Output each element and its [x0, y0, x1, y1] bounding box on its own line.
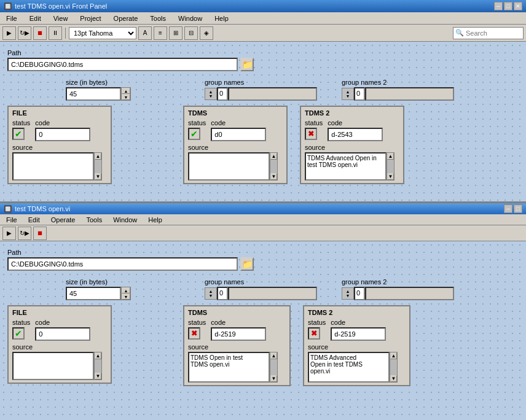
tdms2-cluster-label-top: TDMS 2 [305, 109, 399, 117]
size-input-bottom[interactable] [66, 287, 121, 300]
file-code-input-bottom[interactable] [35, 327, 90, 341]
tdms-status-icon-top: ✔ [190, 129, 198, 139]
file-code-input-top[interactable] [35, 128, 90, 141]
menu-view[interactable]: View [50, 14, 72, 23]
align-btn[interactable]: ≡ [154, 26, 167, 40]
tdms2-cluster-label-bottom: TDMS 2 [308, 309, 406, 316]
file-cluster-top: FILE status ✔ code [7, 106, 112, 184]
size-input-top[interactable] [66, 87, 121, 101]
font-size-btn[interactable]: A [138, 26, 152, 40]
file-scroll-up-bottom[interactable]: ▲ [95, 352, 101, 359]
pause-button[interactable]: ⏸ [49, 26, 62, 40]
tdms2-scroll-up-bottom[interactable]: ▲ [390, 352, 397, 359]
file-source-label-bottom: source [12, 343, 107, 351]
top-window: 🔲 test TDMS open.vi Front Panel ─ □ ✕ Fi… [0, 0, 526, 201]
menu-edit[interactable]: Edit [26, 14, 45, 23]
group-names-2-stepper-top[interactable]: ▲ ▼ [342, 88, 354, 100]
size-label-top: size (in bytes) [66, 79, 131, 86]
folder-button-top[interactable]: 📁 [240, 58, 254, 71]
file-source-text-bottom [12, 352, 94, 380]
tdms-cluster-bottom: TDMS status ✖ code [183, 305, 291, 386]
tdms-scroll-up-bottom[interactable]: ▲ [270, 352, 277, 359]
bottom-window: 🔲 test TDMS open.vi ─ □ File Edit Operat… [0, 203, 526, 420]
tdms-code-input-top[interactable] [211, 128, 266, 141]
tdms2-cluster-bottom: TDMS 2 status ✖ code [303, 305, 410, 386]
run-button[interactable]: ▶ [2, 26, 16, 40]
tdms-status-col-top: status ✔ [188, 119, 206, 140]
bottom-minimize-button[interactable]: ─ [504, 204, 512, 213]
file-source-scrollbar-top: ▲ ▼ [94, 152, 102, 181]
tdms-source-row-top: ▲ ▼ [188, 152, 283, 181]
close-button[interactable]: ✕ [514, 2, 522, 10]
minimize-button[interactable]: ─ [494, 2, 503, 10]
reorder-btn[interactable]: ⊟ [184, 26, 198, 40]
tdms-scroll-down-top[interactable]: ▼ [270, 173, 277, 180]
file-status-icon-bottom: ✔ [15, 329, 22, 338]
tdms2-code-input-bottom[interactable] [331, 327, 386, 341]
group-names-index-top[interactable]: 0 [217, 87, 228, 101]
bottom-menu-window[interactable]: Window [109, 216, 141, 224]
group-names-2-label-top: group names 2 [342, 79, 454, 86]
group-names-stepper-top[interactable]: ▲ ▼ [205, 88, 217, 100]
tdms-scroll-down-bottom[interactable]: ▼ [270, 375, 277, 382]
bottom-menu-bar: File Edit Operate Tools Window Help [0, 214, 526, 225]
menu-operate[interactable]: Operate [110, 14, 142, 23]
top-panel-content: Path C:\DEBUGGING\0.tdms 📁 size (in byte… [0, 42, 526, 201]
menu-file[interactable]: File [2, 14, 21, 23]
menu-help[interactable]: Help [211, 14, 232, 23]
tdms-scroll-up-top[interactable]: ▲ [270, 153, 277, 160]
tdms2-scroll-up-top[interactable]: ▲ [387, 153, 394, 160]
menu-window[interactable]: Window [175, 14, 206, 23]
bottom-run-cont-button[interactable]: ↻▶ [18, 227, 31, 240]
search-container: 🔍 [453, 27, 524, 39]
menu-tools[interactable]: Tools [146, 14, 170, 23]
file-scroll-down-top[interactable]: ▼ [95, 173, 101, 180]
bottom-menu-file[interactable]: File [2, 216, 21, 224]
tdms2-code-input-top[interactable] [328, 128, 383, 141]
search-input[interactable] [466, 29, 521, 37]
tdms2-source-section-bottom: source TDMS Advanced Open in test TDMS o… [308, 343, 406, 383]
abort-button[interactable]: ⏹ [33, 26, 47, 40]
bottom-abort-button[interactable]: ⏹ [33, 227, 47, 240]
size-up-bottom[interactable]: ▲ [122, 287, 130, 294]
bottom-menu-help[interactable]: Help [144, 216, 166, 224]
folder-button-bottom[interactable]: 📁 [240, 257, 254, 271]
tdms2-code-col-top: code [328, 119, 383, 141]
tdms-code-input-bottom[interactable] [211, 327, 266, 341]
file-source-scrollbar-bottom: ▲ ▼ [94, 352, 102, 380]
file-scroll-track-bottom [95, 359, 101, 373]
maximize-button[interactable]: □ [504, 2, 512, 10]
path-input-bottom[interactable]: C:\DEBUGGING\0.tdms [7, 257, 238, 271]
group-names-2-index-top[interactable]: 0 [354, 87, 365, 101]
distribute-btn[interactable]: ⊞ [169, 26, 183, 40]
size-down-bottom[interactable]: ▼ [122, 294, 130, 300]
size-down-top[interactable]: ▼ [122, 94, 130, 100]
path-input-top[interactable]: C:\DEBUGGING\0.tdms [7, 58, 238, 71]
tdms2-scroll-down-bottom[interactable]: ▼ [390, 375, 397, 382]
bottom-menu-tools[interactable]: Tools [82, 216, 106, 224]
path-control-top: Path C:\DEBUGGING\0.tdms 📁 [0, 44, 526, 76]
size-up-top[interactable]: ▲ [122, 88, 130, 94]
app-icon: 🔲 [4, 2, 12, 10]
font-selector[interactable]: 13pt Tahoma [69, 27, 136, 39]
bottom-app-icon: 🔲 [4, 205, 12, 213]
file-status-icon-top: ✔ [15, 129, 22, 139]
group-names-2-index-bottom[interactable]: 0 [354, 287, 365, 300]
file-scroll-down-bottom[interactable]: ▼ [95, 373, 101, 379]
group-names-2-stepper-bottom[interactable]: ▲ ▼ [342, 287, 354, 300]
extra-btn[interactable]: ◈ [200, 26, 213, 40]
menu-project[interactable]: Project [76, 14, 104, 23]
size-control-top: size (in bytes) ▲ ▼ [66, 79, 131, 101]
bottom-menu-operate[interactable]: Operate [47, 216, 79, 224]
file-status-label-bottom: status [12, 319, 30, 326]
group-names-index-bottom[interactable]: 0 [217, 287, 228, 300]
run-continuously-button[interactable]: ↻▶ [18, 26, 31, 40]
file-source-section-bottom: source ▲ ▼ [12, 343, 107, 380]
bottom-run-button[interactable]: ▶ [2, 227, 16, 240]
bottom-maximize-button[interactable]: □ [514, 204, 522, 213]
group-names-stepper-bottom[interactable]: ▲ ▼ [205, 287, 217, 300]
file-scroll-up-top[interactable]: ▲ [95, 153, 101, 160]
tdms2-scroll-down-top[interactable]: ▼ [387, 173, 394, 180]
file-status-indicator-bottom: ✔ [12, 327, 25, 340]
bottom-menu-edit[interactable]: Edit [25, 216, 44, 224]
